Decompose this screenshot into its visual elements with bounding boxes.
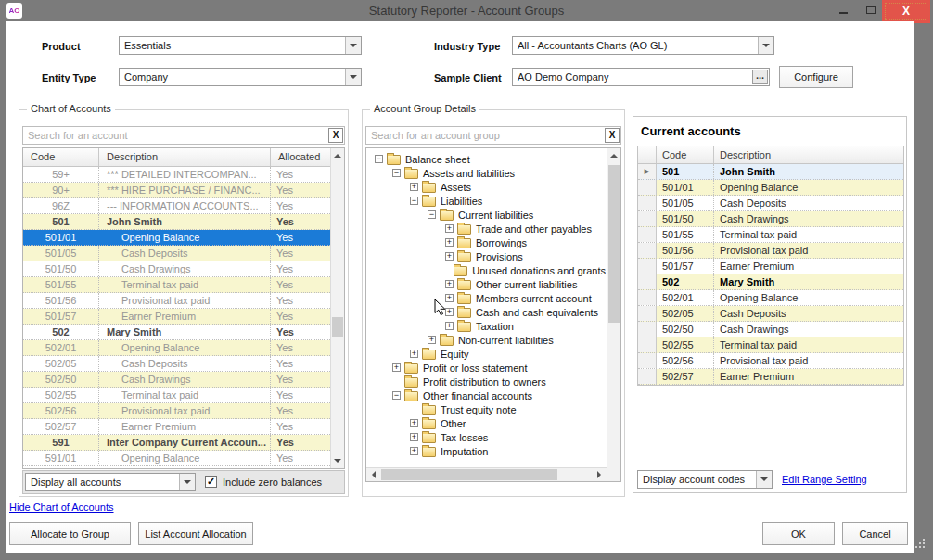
configure-button[interactable]: Configure <box>779 66 853 88</box>
clear-search-icon[interactable]: X <box>328 128 343 143</box>
tree-node-label[interactable]: Borrowings <box>476 237 527 248</box>
current-account-row[interactable]: 501/55 Terminal tax paid <box>638 227 903 243</box>
scrollbar-thumb[interactable] <box>381 469 557 480</box>
tree-node-label[interactable]: Current liabilities <box>458 210 533 221</box>
column-header-description[interactable]: Description <box>99 148 271 166</box>
tree-expander-icon[interactable] <box>410 419 418 427</box>
tree-node[interactable]: Other financial accounts <box>369 388 606 402</box>
column-header-description[interactable]: Description <box>714 146 903 163</box>
account-row[interactable]: 502/57 Earner Premium Yes <box>23 419 330 435</box>
scroll-right-icon[interactable] <box>592 468 607 481</box>
current-account-row[interactable]: 502/55 Terminal tax paid <box>638 337 903 353</box>
ok-button[interactable]: OK <box>762 522 835 545</box>
tree-node[interactable]: Imputation <box>369 444 606 458</box>
display-codes-select[interactable]: Display account codes <box>637 470 773 489</box>
scrollbar-thumb[interactable] <box>332 317 343 337</box>
current-account-row[interactable]: 501/50 Cash Drawings <box>638 211 903 227</box>
tree-expander-icon[interactable] <box>445 322 454 330</box>
tree-expander-icon[interactable] <box>445 238 454 247</box>
hide-chart-link[interactable]: Hide Chart of Accounts <box>9 502 114 513</box>
current-account-row[interactable]: 502/50 Cash Drawings <box>638 322 903 337</box>
current-account-row[interactable]: 501/56 Provisional tax paid <box>638 243 903 259</box>
tree-node-label[interactable]: Other current liabilities <box>476 279 577 290</box>
tree-expander-icon[interactable] <box>445 224 454 233</box>
account-row[interactable]: 501/01 Opening Balance Yes <box>23 230 330 246</box>
tree-node-label[interactable]: Balance sheet <box>405 154 470 165</box>
tree-node[interactable]: Cash and cash equivalents <box>369 305 606 319</box>
account-row[interactable]: 501/57 Earner Premium Yes <box>23 309 330 325</box>
tree-node-label[interactable]: Cash and cash equivalents <box>476 307 598 318</box>
close-button[interactable]: X <box>882 0 930 23</box>
tree-node[interactable]: Assets <box>369 180 606 194</box>
tree-node-label[interactable]: Other financial accounts <box>423 390 532 401</box>
column-header-code[interactable]: Code <box>23 148 99 166</box>
tree-node-label[interactable]: Equity <box>441 349 469 360</box>
list-account-allocation-button[interactable]: List Account Allocation <box>138 522 253 545</box>
tree-node[interactable]: Tax losses <box>369 430 606 444</box>
tree-expander-icon[interactable] <box>410 183 418 191</box>
tree-node-label[interactable]: Liabilities <box>441 196 482 207</box>
tree-node[interactable]: Current liabilities <box>369 208 606 222</box>
tree-node[interactable]: Non-current liabilities <box>369 333 606 347</box>
tree-node-label[interactable]: Provisions <box>476 251 523 262</box>
tree-expander-icon[interactable] <box>392 391 401 400</box>
account-row[interactable]: 96Z --- INFORMATION ACCOUNTS... Yes <box>23 198 330 214</box>
include-zero-checkbox[interactable]: ✓ <box>205 476 217 488</box>
account-row[interactable]: 501/50 Cash Drawings Yes <box>23 261 330 277</box>
tree-node[interactable]: Liabilities <box>369 194 606 208</box>
column-header-code[interactable]: Code <box>657 146 714 163</box>
current-account-row[interactable]: 502/57 Earner Premium <box>638 369 903 385</box>
industry-type-dropdown-button[interactable] <box>758 37 773 54</box>
allocate-to-group-button[interactable]: Allocate to Group <box>9 522 131 545</box>
current-account-row[interactable]: 501/01 Opening Balance <box>638 180 903 196</box>
sample-client-field[interactable]: AO Demo Company ... <box>512 68 770 86</box>
minimize-button[interactable] <box>834 0 854 20</box>
tree-node-label[interactable]: Assets and liabilities <box>423 168 515 179</box>
tree-node-label[interactable]: Profit distribution to owners <box>423 376 546 388</box>
browse-button[interactable]: ... <box>752 70 768 84</box>
clear-search-icon[interactable]: X <box>605 128 620 143</box>
tree-expander-icon[interactable] <box>445 280 454 288</box>
tree-node[interactable]: Assets and liabilities <box>369 166 606 180</box>
entity-type-dropdown-button[interactable] <box>345 69 361 85</box>
tree-node-label[interactable]: Unused donations and grants <box>472 265 606 276</box>
account-row[interactable]: 501/05 Cash Deposits Yes <box>23 246 330 261</box>
display-accounts-select[interactable]: Display all accounts <box>25 473 196 491</box>
display-accounts-dropdown-button[interactable] <box>179 474 195 490</box>
tree-node[interactable]: Equity <box>369 347 606 361</box>
tree-expander-icon[interactable] <box>445 252 454 261</box>
account-row[interactable]: 502/56 Provisional tax paid Yes <box>23 403 330 419</box>
tree-expander-icon[interactable] <box>428 336 436 344</box>
column-header-allocated[interactable]: Allocated <box>271 148 330 166</box>
accounts-table-scrollbar[interactable] <box>330 148 344 468</box>
account-row[interactable]: 90+ *** HIRE PURCHASE / FINANC... Yes <box>23 183 330 198</box>
cancel-button[interactable]: Cancel <box>842 522 908 545</box>
tree-expander-icon[interactable] <box>410 197 418 205</box>
tree-node[interactable]: Trust equity note <box>369 402 606 416</box>
tree-expander-icon[interactable] <box>375 155 383 163</box>
group-search-box[interactable]: X <box>365 126 621 145</box>
tree-vertical-scrollbar[interactable] <box>607 148 620 481</box>
tree-node-label[interactable]: Other <box>441 418 466 429</box>
tree-node[interactable]: Other <box>369 416 606 430</box>
account-row[interactable]: 502/01 Opening Balance Yes <box>23 340 330 356</box>
account-row[interactable]: 502/50 Cash Drawings Yes <box>23 372 330 388</box>
industry-type-select[interactable]: All - Accountants Charts (AO GL) <box>512 36 774 55</box>
scroll-up-icon[interactable] <box>331 148 344 163</box>
account-row[interactable]: 591/01 Opening Balance Yes <box>23 451 330 466</box>
tree-node[interactable]: Trade and other payables <box>369 222 606 235</box>
current-account-row[interactable]: 502/56 Provisional tax paid <box>638 353 903 369</box>
current-account-row[interactable]: 501/05 Cash Deposits <box>638 196 903 211</box>
tree-expander-icon[interactable] <box>410 350 418 358</box>
scroll-up-icon[interactable] <box>607 148 620 163</box>
tree-node-label[interactable]: Assets <box>441 182 471 193</box>
current-account-row[interactable]: 502/05 Cash Deposits <box>638 306 903 322</box>
account-search-input[interactable] <box>23 130 328 141</box>
tree-node-label[interactable]: Tax losses <box>441 432 488 443</box>
account-row[interactable]: 502 Mary Smith Yes <box>23 325 330 340</box>
scrollbar-thumb[interactable] <box>608 165 620 323</box>
entity-type-select[interactable]: Company <box>119 68 362 86</box>
account-row[interactable]: 59+ *** DETAILED INTERCOMPAN... Yes <box>23 167 330 183</box>
tree-node-label[interactable]: Profit or loss statement <box>423 363 528 374</box>
tree-expander-icon[interactable] <box>410 433 418 441</box>
